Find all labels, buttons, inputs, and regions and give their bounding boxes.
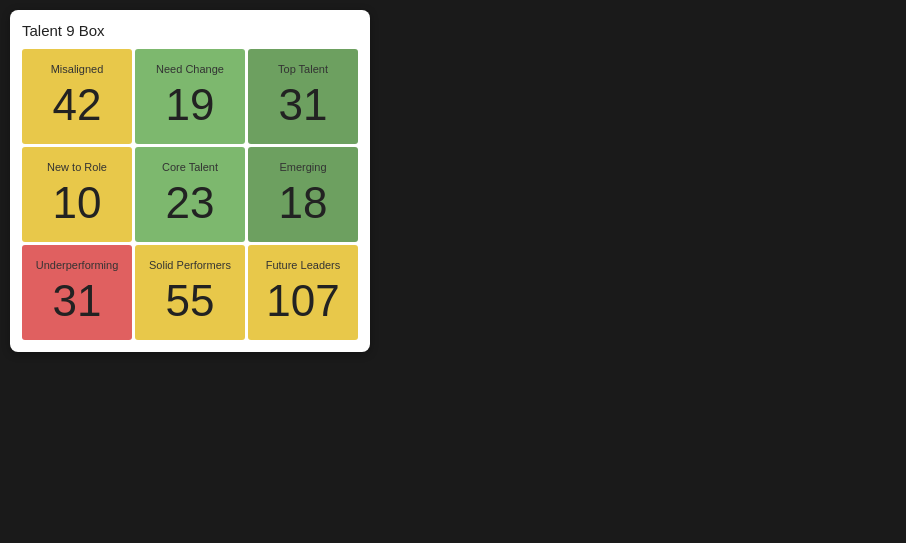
talent-grid: Misaligned42Need Change19Top Talent31New… (22, 49, 358, 340)
talent-cell-8[interactable]: Future Leaders107 (248, 245, 358, 340)
cell-label: Underperforming (36, 259, 119, 271)
talent-cell-0[interactable]: Misaligned42 (22, 49, 132, 144)
talent-9-box-card: Talent 9 Box Misaligned42Need Change19To… (10, 10, 370, 352)
talent-cell-7[interactable]: Solid Performers55 (135, 245, 245, 340)
cell-value: 10 (53, 181, 102, 225)
cell-label: Solid Performers (149, 259, 231, 271)
talent-cell-2[interactable]: Top Talent31 (248, 49, 358, 144)
cell-value: 19 (166, 83, 215, 127)
talent-cell-1[interactable]: Need Change19 (135, 49, 245, 144)
cell-label: Future Leaders (266, 259, 341, 271)
cell-value: 55 (166, 279, 215, 323)
card-title: Talent 9 Box (22, 22, 358, 39)
cell-label: Misaligned (51, 63, 104, 75)
cell-label: Top Talent (278, 63, 328, 75)
cell-value: 18 (279, 181, 328, 225)
talent-cell-3[interactable]: New to Role10 (22, 147, 132, 242)
talent-cell-5[interactable]: Emerging18 (248, 147, 358, 242)
cell-value: 107 (266, 279, 339, 323)
talent-cell-4[interactable]: Core Talent23 (135, 147, 245, 242)
cell-value: 23 (166, 181, 215, 225)
cell-value: 42 (53, 83, 102, 127)
cell-value: 31 (53, 279, 102, 323)
cell-value: 31 (279, 83, 328, 127)
cell-label: Emerging (279, 161, 326, 173)
cell-label: Core Talent (162, 161, 218, 173)
talent-cell-6[interactable]: Underperforming31 (22, 245, 132, 340)
cell-label: New to Role (47, 161, 107, 173)
cell-label: Need Change (156, 63, 224, 75)
